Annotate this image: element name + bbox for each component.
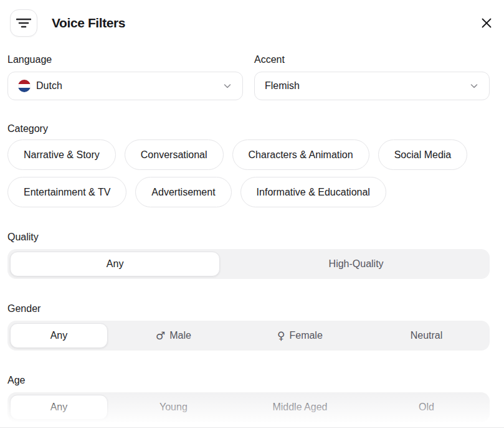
category-chip-entertainment-tv[interactable]: Entertainment & TV <box>7 177 126 207</box>
female-icon: ♀ <box>277 329 285 342</box>
quality-segment-any[interactable]: Any <box>10 252 220 276</box>
voice-filters-dialog: Voice Filters Language Dutch <box>0 0 504 434</box>
accent-select[interactable]: Flemish <box>254 72 490 100</box>
male-icon: ♂ <box>156 329 165 342</box>
gender-segment-female[interactable]: ♀ Female <box>237 321 363 351</box>
age-segmented-control: Any Young Middle Aged Old <box>7 392 490 422</box>
gender-segmented-control: Any ♂ Male ♀ Female Neutral <box>7 321 490 351</box>
close-button[interactable] <box>477 13 497 33</box>
gender-label: Gender <box>7 303 490 314</box>
quality-label: Quality <box>7 232 490 243</box>
accent-select-value: Flemish <box>265 80 300 92</box>
gender-segment-male-label: Male <box>169 330 191 341</box>
category-chips: Narrative & Story Conversational Charact… <box>7 139 490 207</box>
age-label: Age <box>7 375 490 386</box>
bottom-divider <box>0 427 504 428</box>
quality-segment-high-quality[interactable]: High-Quality <box>222 249 490 279</box>
chevron-down-icon <box>469 81 479 91</box>
age-segment-old[interactable]: Old <box>363 392 490 422</box>
close-icon <box>480 17 493 29</box>
gender-segment-female-label: Female <box>289 330 322 341</box>
age-segment-middle-aged[interactable]: Middle Aged <box>237 392 363 422</box>
age-section: Age Any Young Middle Aged Old <box>7 375 490 422</box>
category-chip-conversational[interactable]: Conversational <box>125 139 224 170</box>
language-select-value: Dutch <box>36 80 62 92</box>
category-chip-narrative-story[interactable]: Narrative & Story <box>7 139 116 170</box>
language-label: Language <box>7 54 243 65</box>
category-chip-informative-educational[interactable]: Informative & Educational <box>240 177 386 207</box>
chevron-down-icon <box>222 81 232 91</box>
filter-lines-icon <box>16 17 31 29</box>
filter-button[interactable] <box>10 9 37 37</box>
age-segment-any[interactable]: Any <box>10 395 108 420</box>
gender-section: Gender Any ♂ Male ♀ Female Neutral <box>7 303 490 351</box>
language-select[interactable]: Dutch <box>7 72 243 100</box>
page-title: Voice Filters <box>52 16 125 31</box>
category-chip-social-media[interactable]: Social Media <box>378 139 468 170</box>
accent-label: Accent <box>254 54 490 65</box>
language-accent-row: Language Dutch Accent Flemish <box>7 54 490 100</box>
accent-field: Accent Flemish <box>254 54 490 100</box>
category-label: Category <box>7 123 490 134</box>
gender-segment-male[interactable]: ♂ Male <box>110 321 237 351</box>
category-chip-advertisement[interactable]: Advertisement <box>135 177 231 207</box>
quality-section: Quality Any High-Quality <box>7 232 490 279</box>
gender-segment-any[interactable]: Any <box>10 323 108 348</box>
language-field: Language Dutch <box>7 54 243 100</box>
category-chip-characters-animation[interactable]: Characters & Animation <box>232 139 369 170</box>
quality-segmented-control: Any High-Quality <box>7 249 490 279</box>
gender-segment-neutral[interactable]: Neutral <box>363 321 490 351</box>
age-segment-young[interactable]: Young <box>110 392 237 422</box>
dialog-header: Voice Filters <box>0 0 504 40</box>
netherlands-flag-icon <box>18 80 31 92</box>
category-section: Category Narrative & Story Conversationa… <box>7 123 490 207</box>
filters-content: Language Dutch Accent Flemish <box>0 54 504 422</box>
